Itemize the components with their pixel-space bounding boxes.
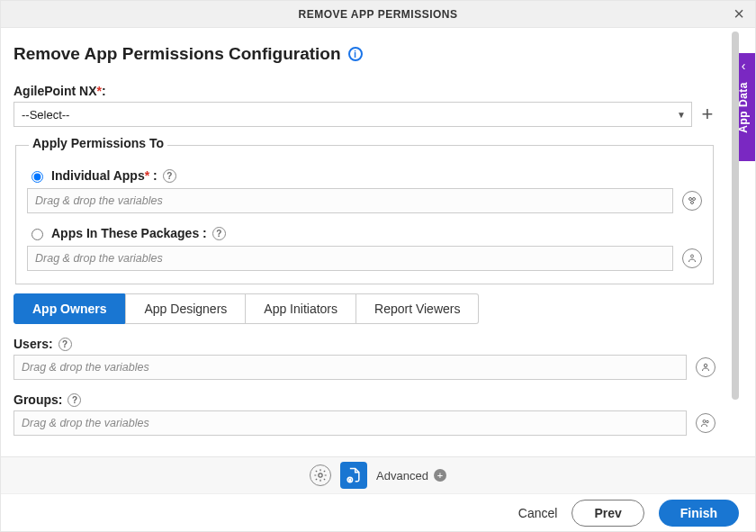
svg-point-1 — [693, 198, 696, 201]
groups-label: Groups: ? — [14, 392, 716, 407]
groups-input[interactable]: Drag & drop the variables — [14, 410, 687, 436]
close-icon[interactable]: × — [728, 3, 750, 24]
svg-point-5 — [703, 420, 706, 423]
gear-icon[interactable] — [310, 464, 331, 486]
toolbar: Advanced + — [1, 456, 755, 493]
page-title: Remove App Permissions Configuration — [14, 44, 341, 64]
agilepoint-select[interactable]: --Select-- ▼ — [14, 102, 692, 127]
radio-apps-in-packages[interactable] — [32, 229, 43, 240]
help-icon[interactable]: ? — [163, 169, 176, 183]
help-icon[interactable]: ? — [68, 393, 81, 407]
sidebar-tab-label: App Data — [737, 82, 750, 133]
svg-point-2 — [691, 202, 694, 204]
tab-app-designers[interactable]: App Designers — [125, 293, 246, 324]
advanced-toggle[interactable]: Advanced + — [376, 469, 446, 482]
prev-button[interactable]: Prev — [572, 500, 644, 527]
svg-point-3 — [691, 255, 694, 257]
titlebar: REMOVE APP PERMISSIONS × — [1, 1, 755, 28]
radio-individual-apps[interactable] — [32, 171, 43, 183]
svg-point-7 — [319, 473, 322, 477]
group-picker-icon[interactable] — [696, 413, 716, 433]
agilepoint-selected-value: --Select-- — [22, 108, 69, 122]
chevron-down-icon: ▼ — [677, 110, 686, 120]
scrollbar[interactable] — [732, 32, 739, 450]
advanced-label: Advanced — [376, 469, 428, 482]
apply-permissions-legend: Apply Permissions To — [29, 136, 167, 150]
dialog-actions: Cancel Prev Finish — [1, 493, 755, 531]
info-icon[interactable]: i — [348, 47, 363, 61]
finish-button[interactable]: Finish — [659, 500, 739, 527]
dialog-title: REMOVE APP PERMISSIONS — [298, 8, 457, 21]
role-tabs: App Owners App Designers App Initiators … — [14, 293, 716, 324]
plus-icon: + — [434, 469, 446, 482]
variable-picker-icon[interactable] — [682, 248, 702, 268]
variable-picker-icon[interactable] — [682, 191, 702, 211]
users-input[interactable]: Drag & drop the variables — [14, 355, 687, 380]
users-label: Users: ? — [14, 337, 716, 351]
help-icon[interactable]: ? — [212, 227, 226, 240]
svg-point-0 — [689, 198, 692, 201]
chevron-left-icon: ‹ — [742, 59, 746, 73]
agilepoint-label: AgilePoint NX*: — [14, 84, 716, 98]
tab-app-owners[interactable]: App Owners — [14, 293, 125, 324]
svg-point-4 — [704, 364, 707, 367]
user-picker-icon[interactable] — [696, 357, 716, 377]
radio-apps-in-packages-label: Apps In These Packages : — [51, 226, 207, 240]
svg-point-6 — [706, 420, 709, 423]
help-icon[interactable]: ? — [58, 338, 72, 351]
variable-map-icon[interactable] — [340, 462, 367, 489]
radio-individual-apps-label: Individual Apps* : — [51, 168, 158, 183]
tab-app-initiators[interactable]: App Initiators — [246, 293, 356, 324]
cancel-button[interactable]: Cancel — [518, 506, 558, 520]
add-connection-button[interactable]: + — [699, 104, 716, 124]
tab-report-viewers[interactable]: Report Viewers — [356, 293, 479, 324]
packages-input[interactable]: Drag & drop the variables — [27, 246, 673, 271]
individual-apps-input[interactable]: Drag & drop the variables — [27, 188, 673, 213]
apply-permissions-fieldset: Apply Permissions To Individual Apps* : … — [15, 138, 714, 284]
